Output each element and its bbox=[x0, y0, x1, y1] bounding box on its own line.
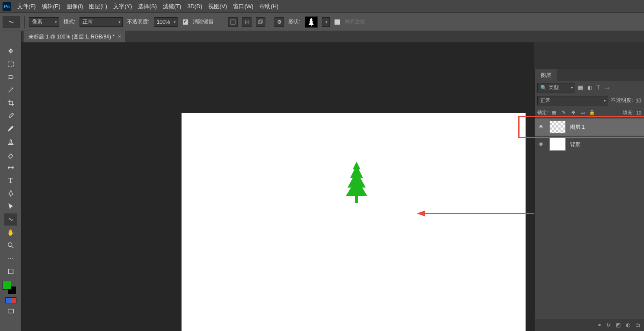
path-select-tool[interactable] bbox=[4, 201, 17, 213]
gradient-tool[interactable] bbox=[4, 162, 17, 174]
quick-mask-icon[interactable] bbox=[5, 297, 16, 303]
align-edges-checkbox[interactable] bbox=[334, 19, 340, 25]
options-bar: 像素 模式: 正常 不透明度: 100% 消除锯齿 ⚙ 形状: 对齐边缘 bbox=[0, 13, 644, 31]
fill-label: 填充: bbox=[623, 109, 634, 116]
layers-panel-footer: ⚭ fx ◩ ◐ 🗀 bbox=[535, 319, 644, 331]
gear-icon[interactable]: ⚙ bbox=[274, 17, 284, 27]
menu-window[interactable]: 窗口(W) bbox=[233, 3, 253, 10]
panel-tab-strip: 图层 bbox=[535, 69, 644, 81]
path-op-new-icon[interactable] bbox=[228, 17, 238, 27]
lasso-tool[interactable] bbox=[4, 71, 17, 83]
adjustment-layer-icon[interactable]: ◐ bbox=[626, 322, 630, 328]
lock-artboard-icon[interactable]: ▭ bbox=[579, 110, 586, 115]
layer-fx-icon[interactable]: fx bbox=[607, 322, 611, 328]
menu-select[interactable]: 选择(S) bbox=[138, 3, 156, 10]
eraser-tool[interactable] bbox=[4, 149, 17, 161]
new-group-icon[interactable]: 🗀 bbox=[635, 322, 641, 328]
menu-bar: Ps 文件(F) 编辑(E) 图像(I) 图层(L) 文字(Y) 选择(S) 滤… bbox=[0, 0, 644, 13]
foreground-color-swatch[interactable] bbox=[3, 281, 11, 290]
brush-tool[interactable] bbox=[4, 123, 17, 135]
document-tab[interactable]: 未标题-1 @ 100% (图层 1, RGB/8#) * × bbox=[24, 31, 125, 42]
svg-rect-0 bbox=[231, 20, 235, 24]
shape-preview[interactable] bbox=[305, 16, 318, 28]
layer-row[interactable]: 👁 背景 bbox=[535, 136, 644, 153]
move-tool[interactable]: ✥ bbox=[4, 45, 17, 57]
crop-tool[interactable] bbox=[4, 97, 17, 109]
tree-shape bbox=[341, 161, 372, 204]
layers-panel: 图层 🔍类型 ▦ ◐ T ▭ 正常 不透明度: 10 锁定: ▦ ✎ ✥ ▭ 🔒… bbox=[534, 69, 644, 331]
magic-wand-tool[interactable] bbox=[4, 84, 17, 96]
align-edges-label: 对齐边缘 bbox=[344, 18, 365, 25]
document-tab-bar: 未标题-1 @ 100% (图层 1, RGB/8#) * × bbox=[0, 31, 644, 42]
shape-label: 形状: bbox=[288, 18, 300, 25]
menu-layer[interactable]: 图层(L) bbox=[89, 3, 107, 10]
lock-pos-icon[interactable]: ✥ bbox=[570, 110, 577, 115]
eyedropper-tool[interactable] bbox=[4, 110, 17, 122]
menu-file[interactable]: 文件(F) bbox=[17, 3, 36, 10]
marquee-tool[interactable] bbox=[4, 58, 17, 70]
svg-point-4 bbox=[8, 243, 12, 247]
more-tools-icon[interactable]: ⋯ bbox=[4, 252, 17, 264]
type-tool[interactable]: T bbox=[4, 175, 17, 187]
pen-tool[interactable] bbox=[4, 188, 17, 200]
document-canvas[interactable] bbox=[182, 113, 526, 331]
lock-trans-icon[interactable]: ▦ bbox=[551, 110, 558, 115]
color-swatches[interactable] bbox=[0, 281, 21, 296]
filter-shape-icon[interactable]: ▭ bbox=[604, 84, 609, 91]
canvas-workspace bbox=[22, 42, 534, 331]
visibility-toggle-icon[interactable]: 👁 bbox=[537, 124, 545, 130]
menu-edit[interactable]: 编辑(E) bbox=[42, 3, 61, 10]
layer-mask-icon[interactable]: ◩ bbox=[616, 322, 621, 328]
antialias-checkbox[interactable] bbox=[182, 19, 188, 25]
annotation-arrow bbox=[416, 207, 534, 220]
layer-blend-dropdown[interactable]: 正常 bbox=[537, 96, 608, 105]
filter-type-icon[interactable]: T bbox=[596, 84, 600, 91]
edit-toolbar-icon[interactable] bbox=[4, 265, 17, 277]
layer-name[interactable]: 图层 1 bbox=[570, 124, 585, 131]
clone-stamp-tool[interactable] bbox=[4, 136, 17, 148]
document-tab-title: 未标题-1 @ 100% (图层 1, RGB/8#) * bbox=[29, 33, 115, 41]
layer-filter-dropdown[interactable]: 🔍类型 bbox=[537, 83, 575, 92]
fill-value[interactable]: 10 bbox=[636, 110, 641, 115]
menu-view[interactable]: 视图(V) bbox=[208, 3, 227, 10]
lock-paint-icon[interactable]: ✎ bbox=[560, 110, 567, 115]
layer-thumbnail[interactable] bbox=[549, 121, 566, 134]
link-layers-icon[interactable]: ⚭ bbox=[597, 322, 602, 328]
unit-dropdown[interactable]: 像素 bbox=[29, 17, 59, 27]
hand-tool[interactable]: ✋ bbox=[4, 226, 17, 239]
menu-help[interactable]: 帮助(H) bbox=[259, 3, 278, 10]
close-icon[interactable]: × bbox=[118, 34, 121, 40]
lock-row: 锁定: ▦ ✎ ✥ ▭ 🔒 填充: 10 bbox=[535, 107, 644, 118]
custom-shape-tool[interactable] bbox=[4, 213, 17, 226]
filter-pixel-icon[interactable]: ▦ bbox=[578, 84, 583, 91]
menu-3d[interactable]: 3D(D) bbox=[187, 3, 202, 10]
blend-opacity-row: 正常 不透明度: 10 bbox=[535, 94, 644, 107]
opacity-label: 不透明度: bbox=[127, 18, 149, 25]
layer-filter-row: 🔍类型 ▦ ◐ T ▭ bbox=[535, 81, 644, 94]
blend-mode-dropdown[interactable]: 正常 bbox=[80, 17, 123, 27]
zoom-tool[interactable] bbox=[4, 239, 17, 251]
menu-type[interactable]: 文字(Y) bbox=[113, 3, 132, 10]
path-arrange-icon[interactable] bbox=[256, 17, 265, 27]
menu-image[interactable]: 图像(I) bbox=[67, 3, 83, 10]
tool-preset-picker[interactable] bbox=[3, 16, 20, 28]
layers-tab[interactable]: 图层 bbox=[535, 69, 557, 81]
lock-all-icon[interactable]: 🔒 bbox=[589, 110, 596, 115]
path-align-icon[interactable] bbox=[242, 17, 252, 27]
layer-opacity-value[interactable]: 10 bbox=[636, 98, 641, 104]
layer-filter-label: 类型 bbox=[548, 84, 559, 91]
layer-row[interactable]: 👁 图层 1 bbox=[535, 118, 644, 136]
divider bbox=[24, 16, 25, 28]
screen-mode-icon[interactable] bbox=[4, 305, 17, 317]
ps-logo-icon: Ps bbox=[3, 2, 11, 11]
visibility-toggle-icon[interactable]: 👁 bbox=[537, 141, 545, 147]
svg-rect-5 bbox=[8, 269, 13, 274]
opacity-dropdown[interactable]: 100% bbox=[154, 17, 179, 27]
svg-marker-8 bbox=[417, 210, 425, 216]
layer-thumbnail[interactable] bbox=[549, 138, 566, 151]
layer-name[interactable]: 背景 bbox=[570, 141, 580, 148]
filter-adjust-icon[interactable]: ◐ bbox=[587, 84, 592, 91]
shape-dropdown[interactable] bbox=[322, 17, 330, 27]
svg-rect-6 bbox=[8, 309, 13, 313]
menu-filter[interactable]: 滤镜(T) bbox=[163, 3, 182, 10]
